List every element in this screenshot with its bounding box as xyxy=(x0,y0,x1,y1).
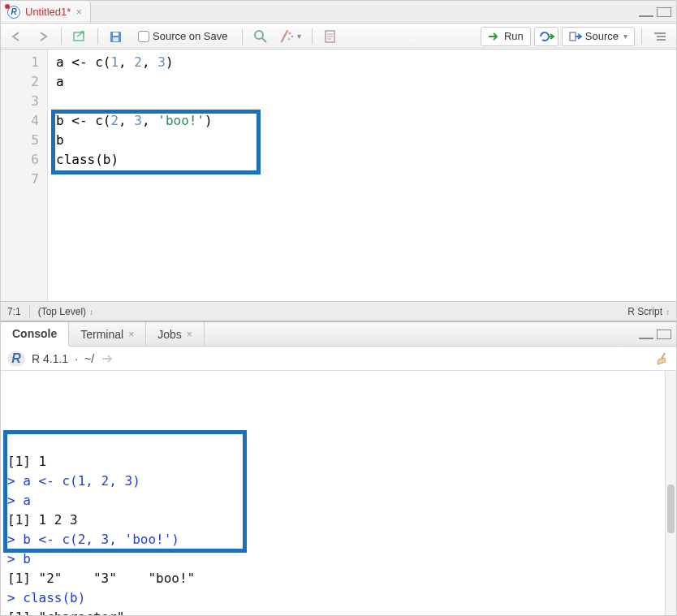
maximize-pane-icon[interactable] xyxy=(657,330,671,339)
tab-jobs-label: Jobs xyxy=(157,328,182,341)
modified-dot-icon xyxy=(5,4,10,9)
console-output[interactable]: [1] 1> a <- c(1, 2, 3)> a[1] 1 2 3> b <-… xyxy=(1,371,676,616)
svg-point-4 xyxy=(255,31,263,39)
svg-point-7 xyxy=(291,35,293,37)
working-dir: ~/ xyxy=(84,352,94,365)
r-logo-icon: R xyxy=(7,351,25,367)
scrollbar-thumb[interactable] xyxy=(667,485,675,533)
editor-tab-title: Untitled1* xyxy=(25,6,71,18)
console-tabbar: Console Terminal × Jobs × xyxy=(1,322,676,347)
editor-statusbar: 7:1 (Top Level) R Script xyxy=(1,301,676,321)
close-icon[interactable]: × xyxy=(187,329,192,340)
code-tools-button[interactable]: ▾ xyxy=(275,27,305,46)
tab-jobs[interactable]: Jobs × xyxy=(146,322,205,346)
r-version: R 4.1.1 xyxy=(32,352,68,365)
find-button[interactable] xyxy=(249,27,272,46)
minimize-pane-icon[interactable] xyxy=(639,330,653,339)
line-gutter: 1234567 xyxy=(1,50,48,301)
clear-console-icon[interactable] xyxy=(655,351,670,366)
tab-console[interactable]: Console xyxy=(1,322,69,347)
goto-dir-icon[interactable] xyxy=(101,354,114,364)
maximize-pane-icon[interactable] xyxy=(657,7,671,17)
code-editor[interactable]: 1234567 a <- c(1, 2, 3)ab <- c(2, 3, 'bo… xyxy=(1,50,676,301)
svg-line-5 xyxy=(262,38,266,42)
language-selector[interactable]: R Script xyxy=(627,306,670,317)
close-icon[interactable]: × xyxy=(75,6,82,18)
source-button[interactable]: Source ▾ xyxy=(562,27,635,46)
svg-rect-2 xyxy=(113,32,119,36)
minimize-pane-icon[interactable] xyxy=(639,7,653,17)
run-arrow-icon xyxy=(488,32,501,41)
close-icon[interactable]: × xyxy=(128,329,134,340)
console-window-controls xyxy=(639,322,676,346)
svg-rect-3 xyxy=(113,37,119,41)
svg-point-8 xyxy=(287,37,290,40)
source-on-save-toggle[interactable]: Source on Save xyxy=(131,27,235,46)
svg-point-6 xyxy=(288,32,291,34)
console-header: R R 4.1.1 · ~/ xyxy=(1,347,676,371)
tab-terminal[interactable]: Terminal × xyxy=(69,322,146,346)
run-button[interactable]: Run xyxy=(481,27,531,46)
source-on-save-label: Source on Save xyxy=(153,30,228,42)
rerun-button[interactable] xyxy=(534,27,558,46)
save-button[interactable] xyxy=(105,27,127,46)
source-label: Source xyxy=(585,30,619,42)
outline-button[interactable] xyxy=(649,27,671,46)
console-pane: Console Terminal × Jobs × R R 4.1.1 · ~/… xyxy=(1,321,676,616)
compile-report-button[interactable] xyxy=(319,27,342,46)
editor-tab-untitled1[interactable]: R Untitled1* × xyxy=(1,1,91,23)
scope-selector[interactable]: (Top Level) xyxy=(38,306,93,317)
editor-tabbar: R Untitled1* × xyxy=(1,1,676,24)
run-label: Run xyxy=(504,30,524,42)
editor-pane: R Untitled1* × Source on Save xyxy=(1,1,676,321)
svg-rect-13 xyxy=(570,32,576,41)
show-in-new-window-button[interactable] xyxy=(68,27,91,46)
nav-forward-button[interactable] xyxy=(32,27,54,46)
cursor-position: 7:1 xyxy=(7,306,21,317)
tab-terminal-label: Terminal xyxy=(80,328,123,341)
nav-back-button[interactable] xyxy=(6,27,28,46)
scrollbar[interactable] xyxy=(665,371,676,616)
editor-window-controls xyxy=(639,1,676,23)
tab-console-label: Console xyxy=(12,327,57,340)
code-content: a <- c(1, 2, 3)ab <- c(2, 3, 'boo!')bcla… xyxy=(48,50,676,301)
svg-rect-0 xyxy=(74,32,84,41)
editor-toolbar: Source on Save ▾ Run Source ▾ xyxy=(1,24,676,50)
source-arrow-icon xyxy=(569,31,582,42)
checkbox-icon xyxy=(138,31,149,42)
